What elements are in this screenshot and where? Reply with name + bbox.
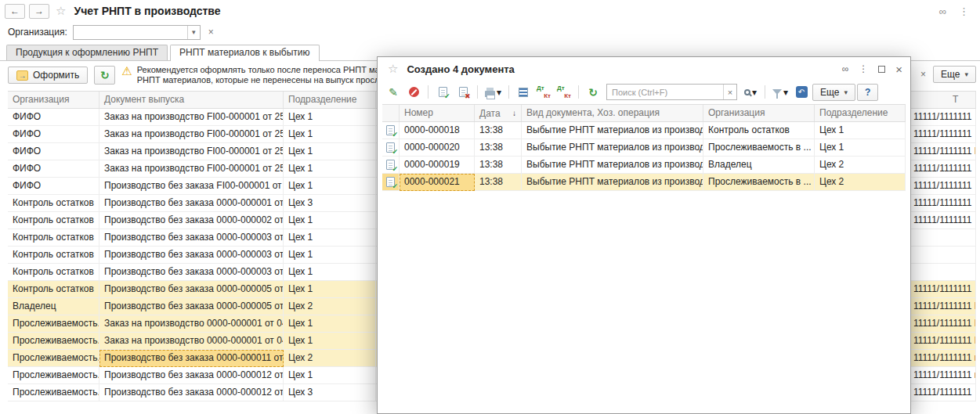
cell-organization: ФИФО xyxy=(8,178,99,195)
tab-products-to-register[interactable]: Продукция к оформлению РНПТ xyxy=(6,45,168,60)
dialog-table-row[interactable]: 0000-000019 13:38 Выбытие РНПТ материало… xyxy=(382,157,906,174)
dialog-table-row[interactable]: 0000-000020 13:38 Выбытие РНПТ материало… xyxy=(382,139,906,157)
cell-organization: ФИФО xyxy=(8,143,99,160)
filter-clear-icon[interactable]: × xyxy=(918,69,928,80)
link-icon[interactable]: ∞ xyxy=(939,5,946,17)
cell-organization: Прослеживаемость... xyxy=(8,333,99,350)
page-title: Учет РНПТ в производстве xyxy=(74,5,220,17)
column-header-organization[interactable]: Организация xyxy=(703,105,815,121)
favorite-icon[interactable]: ☆ xyxy=(388,62,398,76)
separator xyxy=(477,85,478,99)
cell-department: Цех 1 xyxy=(815,139,906,157)
edit-button[interactable]: ✎ xyxy=(384,84,403,101)
register-button[interactable]: → Оформить xyxy=(8,67,88,84)
search-settings-button[interactable]: ▾ xyxy=(741,84,760,101)
dialog-toolbar: ✎ ▾ Дт Кт Дт Кт ↻ × ▾ xyxy=(378,81,910,103)
dtkt-movements-button[interactable]: Дт Кт xyxy=(534,84,553,101)
cell-doctype: Выбытие РНПТ материалов из производства,… xyxy=(522,139,703,157)
chevron-down-icon: ▾ xyxy=(752,87,757,98)
column-header-department[interactable]: Подразделение xyxy=(284,92,376,108)
cell-department: Цех 2 xyxy=(815,174,906,191)
dtkt-summary-button[interactable]: Дт Кт xyxy=(555,84,573,101)
credit-label: Кт xyxy=(564,93,571,99)
chevron-down-icon: ▾ xyxy=(964,70,968,78)
post-button[interactable] xyxy=(433,84,452,101)
report-icon xyxy=(519,88,528,97)
cell-status xyxy=(382,122,400,139)
dialog-more-button[interactable]: Еще ▾ xyxy=(812,84,855,101)
cell-number: 0000-000020 xyxy=(400,139,475,157)
chevron-down-icon: ▾ xyxy=(844,88,848,96)
tab-rnpt-materials[interactable]: РНПТ материалов к выбытию xyxy=(170,45,320,61)
cell-doctype: Выбытие РНПТ материалов из производства,… xyxy=(522,122,703,139)
cell-department: Цех 2 xyxy=(284,298,376,315)
column-header-number[interactable]: Номер xyxy=(400,105,475,121)
cell-organization: ФИФО xyxy=(8,109,99,126)
column-header-date[interactable]: Дата ↓ xyxy=(475,105,522,121)
close-icon[interactable]: × xyxy=(895,63,902,76)
cell-date: 13:38 xyxy=(475,157,522,174)
help-button[interactable]: ? xyxy=(857,84,878,101)
cell-number: 0000-000018 xyxy=(400,122,475,139)
cell-release-document: Производство без заказа 0000-000001 от 0… xyxy=(99,195,284,212)
column-header-department[interactable]: Подразделение xyxy=(815,105,906,121)
dialog-refresh-button[interactable]: ↻ xyxy=(584,84,602,101)
cell-number: 0000-000019 xyxy=(400,157,475,174)
cell-release-document: Производство без заказа 0000-000012 от 0… xyxy=(99,384,284,401)
forward-button[interactable]: → xyxy=(29,4,49,19)
refresh-icon: ↻ xyxy=(100,69,110,81)
chevron-down-icon[interactable]: ▾ xyxy=(187,26,200,39)
unpost-button[interactable] xyxy=(454,84,472,101)
list-settings-button[interactable]: ▾ xyxy=(770,84,790,101)
delete-mark-button[interactable] xyxy=(404,84,423,101)
column-header-release-document[interactable]: Документ выпуска xyxy=(99,92,284,108)
cell-organization: Контроль остатков xyxy=(8,229,99,247)
cell-release-document: Производство без заказа 0000-000002 от 0… xyxy=(99,212,284,229)
favorite-icon[interactable]: ☆ xyxy=(56,4,66,18)
cell-organization: Прослеживаемость... xyxy=(8,315,99,333)
kebab-menu-icon[interactable]: ⋮ xyxy=(959,5,969,17)
cell-release-document: Производство без заказа 0000-000003 от 0… xyxy=(99,229,284,247)
organization-input[interactable] xyxy=(74,26,187,39)
cell-release-document: Производство без заказа 0000-000012 от 0… xyxy=(99,367,284,384)
dialog-table-row[interactable]: 0000-000021 13:38 Выбытие РНПТ материало… xyxy=(382,174,906,191)
organization-combobox[interactable]: ▾ xyxy=(73,25,201,40)
forward-icon: → xyxy=(34,5,44,16)
dialog-table-row[interactable]: 0000-000018 13:38 Выбытие РНПТ материало… xyxy=(382,122,906,139)
cell-status xyxy=(382,157,400,174)
cell-department: Цех 1 xyxy=(284,247,376,264)
column-header-doctype[interactable]: Вид документа, Хоз. операция xyxy=(522,105,703,121)
refresh-button[interactable]: ↻ xyxy=(94,66,115,85)
posted-document-icon xyxy=(386,177,395,187)
cell-organization: Владелец xyxy=(703,157,815,174)
cell-department: Цех 1 xyxy=(284,281,376,298)
cell-department: Цех 1 xyxy=(284,315,376,333)
cell-organization: ФИФО xyxy=(8,160,99,178)
column-header-organization[interactable]: Организация xyxy=(8,92,99,108)
search-input[interactable] xyxy=(607,85,723,99)
created-documents-dialog: ☆ Создано 4 документа ∞ ⋮ × ✎ ▾ Дт Кт Дт… xyxy=(377,56,911,414)
organization-label: Организация: xyxy=(8,27,67,38)
search-clear-icon[interactable]: × xyxy=(723,85,736,99)
back-icon: ← xyxy=(10,5,20,16)
maximize-icon[interactable] xyxy=(878,66,885,73)
print-button[interactable]: ▾ xyxy=(483,84,504,101)
link-icon[interactable]: ∞ xyxy=(842,63,849,74)
main-more-button[interactable]: Еще ▾ xyxy=(933,66,976,83)
cell-release-document: Производство без заказа 0000-000003 от 0… xyxy=(99,247,284,264)
cell-release-document: Заказ на производство 0000-000001 от 04.… xyxy=(99,315,284,333)
posted-document-icon xyxy=(386,160,395,170)
restore-settings-button[interactable]: ↶ xyxy=(792,84,811,101)
print-icon xyxy=(485,91,495,97)
kebab-menu-icon[interactable]: ⋮ xyxy=(859,63,868,74)
search-box: × xyxy=(606,84,737,100)
register-arrow-icon: → xyxy=(16,70,28,81)
cell-department: Цех 3 xyxy=(284,195,376,212)
report-button[interactable] xyxy=(514,84,533,101)
back-button[interactable]: ← xyxy=(5,4,25,19)
cell-organization: Прослеживаемость в ... xyxy=(703,139,815,157)
debit-label: Дт xyxy=(537,85,544,92)
post-document-icon xyxy=(439,87,447,97)
list-top-right-controls: × Еще ▾ xyxy=(918,66,976,83)
organization-clear-icon[interactable]: × xyxy=(206,27,216,38)
